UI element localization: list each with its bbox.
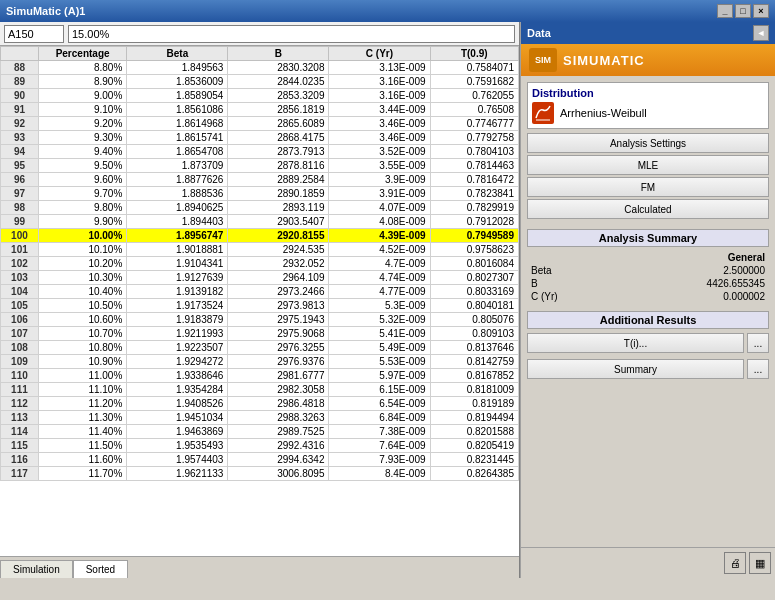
- row-number-cell: 102: [1, 257, 39, 271]
- data-cell: 2868.4175: [228, 131, 329, 145]
- analysis-buttons: Analysis Settings MLE FM Calculated: [527, 133, 769, 221]
- data-cell: 2992.4316: [228, 439, 329, 453]
- col-header-row: [1, 47, 39, 61]
- data-cell: 1.849563: [127, 61, 228, 75]
- data-cell: 1.9211993: [127, 327, 228, 341]
- row-number-cell: 88: [1, 61, 39, 75]
- row-number-cell: 91: [1, 103, 39, 117]
- row-number-cell: 108: [1, 341, 39, 355]
- beta-row: Beta 2.500000: [527, 264, 769, 277]
- data-cell: 0.809103: [430, 327, 518, 341]
- grid-button[interactable]: ▦: [749, 552, 771, 574]
- data-cell: 2989.7525: [228, 425, 329, 439]
- data-cell: 2976.9376: [228, 355, 329, 369]
- table-row: 11111.10%1.93542842982.30586.15E-0090.81…: [1, 383, 519, 397]
- data-cell: 0.7816472: [430, 173, 518, 187]
- calculated-button[interactable]: Calculated: [527, 199, 769, 219]
- tab-sorted[interactable]: Sorted: [73, 560, 128, 578]
- data-cell: 1.8561086: [127, 103, 228, 117]
- close-button[interactable]: ×: [753, 4, 769, 18]
- data-cell: 2973.9813: [228, 299, 329, 313]
- data-cell: 0.7912028: [430, 215, 518, 229]
- row-number-cell: 99: [1, 215, 39, 229]
- tab-simulation[interactable]: Simulation: [0, 560, 73, 578]
- data-cell: 0.762055: [430, 89, 518, 103]
- data-cell: 1.9338646: [127, 369, 228, 383]
- table-row: 10210.20%1.91043412932.0524.7E-0090.8016…: [1, 257, 519, 271]
- row-number-cell: 107: [1, 327, 39, 341]
- data-cell: 1.8615741: [127, 131, 228, 145]
- t-result-row: T(i)... ...: [527, 333, 769, 353]
- data-cell: 1.9574403: [127, 453, 228, 467]
- data-cell: 3.46E-009: [329, 131, 430, 145]
- row-number-cell: 89: [1, 75, 39, 89]
- summary-result-button[interactable]: Summary: [527, 359, 744, 379]
- data-cell: 0.8205419: [430, 439, 518, 453]
- data-cell: 11.40%: [38, 425, 126, 439]
- printer-button[interactable]: 🖨: [724, 552, 746, 574]
- row-number-cell: 90: [1, 89, 39, 103]
- data-cell: 10.70%: [38, 327, 126, 341]
- row-number-cell: 96: [1, 173, 39, 187]
- summary-ellipsis-button[interactable]: ...: [747, 359, 769, 379]
- data-cell: 2830.3208: [228, 61, 329, 75]
- data-cell: 9.70%: [38, 187, 126, 201]
- data-cell: 9.60%: [38, 173, 126, 187]
- cell-reference-input[interactable]: [4, 25, 64, 43]
- data-cell: 2873.7913: [228, 145, 329, 159]
- minimize-button[interactable]: _: [717, 4, 733, 18]
- data-cell: 2878.8116: [228, 159, 329, 173]
- data-cell: 11.00%: [38, 369, 126, 383]
- analysis-summary-table: General Beta 2.500000 B 4426.655345 C (Y…: [527, 251, 769, 303]
- data-cell: 1.8589054: [127, 89, 228, 103]
- row-number-cell: 93: [1, 131, 39, 145]
- cell-value-input[interactable]: [68, 25, 515, 43]
- data-cell: 0.8264385: [430, 467, 518, 481]
- data-cell: 8.90%: [38, 75, 126, 89]
- t-result-ellipsis-button[interactable]: ...: [747, 333, 769, 353]
- general-row: General: [527, 251, 769, 264]
- data-cell: 3.16E-009: [329, 89, 430, 103]
- window-controls[interactable]: _ □ ×: [717, 4, 769, 18]
- data-cell: 5.97E-009: [329, 369, 430, 383]
- data-cell: 0.8142759: [430, 355, 518, 369]
- data-cell: 2889.2584: [228, 173, 329, 187]
- table-row: 10710.70%1.92119932975.90685.41E-0090.80…: [1, 327, 519, 341]
- data-cell: 0.819189: [430, 397, 518, 411]
- data-cell: 1.9127639: [127, 271, 228, 285]
- data-cell: 1.9104341: [127, 257, 228, 271]
- data-cell: 1.9173524: [127, 299, 228, 313]
- distribution-section: Distribution Arrhenius-Weibull: [527, 82, 769, 129]
- right-panel-header: Data ◄: [521, 22, 775, 44]
- data-cell: 9.50%: [38, 159, 126, 173]
- mle-button[interactable]: MLE: [527, 155, 769, 175]
- maximize-button[interactable]: □: [735, 4, 751, 18]
- data-cell: 10.40%: [38, 285, 126, 299]
- data-cell: 0.7949589: [430, 229, 518, 243]
- analysis-settings-button[interactable]: Analysis Settings: [527, 133, 769, 153]
- data-cell: 2893.119: [228, 201, 329, 215]
- col-header-t: T(0.9): [430, 47, 518, 61]
- data-cell: 6.84E-009: [329, 411, 430, 425]
- data-cell: 2964.109: [228, 271, 329, 285]
- data-cell: 1.9621133: [127, 467, 228, 481]
- fm-button[interactable]: FM: [527, 177, 769, 197]
- collapse-panel-button[interactable]: ◄: [753, 25, 769, 41]
- data-cell: 1.8654708: [127, 145, 228, 159]
- row-number-cell: 104: [1, 285, 39, 299]
- t-result-button[interactable]: T(i)...: [527, 333, 744, 353]
- data-cell: 9.30%: [38, 131, 126, 145]
- data-cell: 11.60%: [38, 453, 126, 467]
- data-cell: 2890.1859: [228, 187, 329, 201]
- table-row: 11511.50%1.95354932992.43167.64E-0090.82…: [1, 439, 519, 453]
- data-cell: 10.30%: [38, 271, 126, 285]
- row-number-cell: 100: [1, 229, 39, 243]
- data-cell: 10.50%: [38, 299, 126, 313]
- row-number-cell: 110: [1, 369, 39, 383]
- row-number-cell: 105: [1, 299, 39, 313]
- b-row: B 4426.655345: [527, 277, 769, 290]
- data-cell: 4.52E-009: [329, 243, 430, 257]
- sheet-scroll-area[interactable]: Percentage Beta B C (Yr) T(0.9) 888.80%1…: [0, 46, 519, 556]
- data-cell: 11.50%: [38, 439, 126, 453]
- data-cell: 2981.6777: [228, 369, 329, 383]
